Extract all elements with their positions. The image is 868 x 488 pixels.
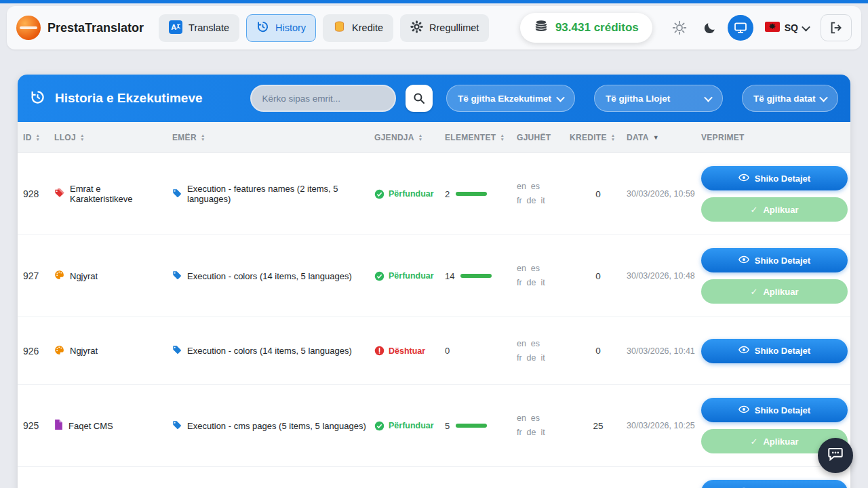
column-header-data[interactable]: DATA▼: [627, 133, 701, 142]
credits-cell: 25: [570, 421, 627, 431]
elements-cell: 5: [445, 421, 517, 431]
history-icon: [256, 20, 269, 35]
execution-name: Execution - cms pages (5 items, 5 langua…: [172, 420, 374, 432]
status-label: Përfunduar: [389, 271, 434, 281]
check-circle-icon: [374, 421, 384, 431]
name-label: Execution - cms pages (5 items, 5 langua…: [187, 421, 366, 431]
name-label: Execution - colors (14 items, 5 language…: [187, 271, 352, 281]
eye-icon: [738, 254, 749, 267]
sort-icon: ▲▼: [36, 134, 41, 142]
status-label: Përfunduar: [389, 189, 434, 199]
status-badge: Përfunduar: [374, 271, 445, 281]
date-cell: 30/03/2026, 10:48: [627, 271, 701, 281]
search-button[interactable]: [406, 85, 433, 112]
navbar-right: 93.431 créditos SQ: [520, 13, 852, 43]
table-body: 928 Emrat e Karakteristikeve Execution -…: [18, 153, 850, 488]
check-circle-icon: [374, 189, 384, 199]
language-selector[interactable]: SQ: [758, 22, 816, 34]
credits-badge: 93.431 créditos: [520, 13, 652, 43]
chevron-down-icon: [802, 22, 810, 31]
sort-icon: ▲▼: [611, 134, 616, 142]
table-row: en es Shiko Detajet ✓ Aplikuar: [18, 467, 850, 488]
applied-button[interactable]: ✓ Aplikuar: [701, 197, 848, 222]
view-details-button[interactable]: Shiko Detajet: [701, 248, 848, 272]
chevron-down-icon: [556, 93, 565, 102]
file-icon: [54, 420, 63, 432]
palette-icon: [54, 345, 64, 357]
albania-flag-icon: [765, 22, 780, 34]
column-header-elementet[interactable]: ELEMENTET▲▼: [445, 133, 517, 142]
view-details-button[interactable]: Shiko Detajet: [701, 166, 848, 190]
actions-cell: Shiko Detajet ✓ Aplikuar: [701, 248, 848, 304]
languages-cell: en es fr de it: [517, 411, 570, 440]
theme-system-button[interactable]: [728, 15, 753, 41]
execution-type: Emrat e Karakteristikeve: [54, 184, 172, 204]
date-cell: 30/03/2026, 10:41: [627, 346, 701, 356]
logout-button[interactable]: [821, 14, 852, 41]
gear-icon: [410, 20, 423, 35]
elements-count: 0: [445, 346, 450, 356]
table-row: 927 Ngjyrat Execution - colors (14 items…: [18, 235, 850, 317]
exclamation-circle-icon: [374, 346, 384, 356]
theme-dark-button[interactable]: [697, 15, 723, 41]
date-cell: 30/03/2026, 10:59: [627, 189, 701, 199]
sort-icon: ▲▼: [500, 134, 505, 142]
type-label: Faqet CMS: [68, 421, 113, 431]
view-details-button[interactable]: Shiko Detajet: [701, 339, 848, 363]
palette-icon: [54, 270, 64, 282]
credits-cell: 0: [570, 189, 627, 199]
status-label: Përfunduar: [389, 421, 434, 430]
sort-icon: ▲▼: [201, 134, 205, 142]
theme-light-button[interactable]: [667, 15, 692, 41]
nav-item-translate[interactable]: A Translate: [159, 14, 239, 42]
type-label: Ngjyrat: [70, 271, 98, 281]
filter-group: Të gjitha Ekzekutimet Të gjitha Llojet T…: [446, 85, 838, 112]
brand-logo-icon: [16, 16, 41, 40]
filter-types[interactable]: Të gjitha Llojet: [594, 85, 723, 112]
execution-name: Execution - features names (2 items, 5 l…: [172, 184, 374, 204]
tags-icon: [54, 188, 64, 200]
execution-id: 927: [23, 270, 54, 281]
execution-name: Execution - colors (14 items, 5 language…: [172, 270, 374, 282]
search-input[interactable]: [250, 85, 396, 112]
chat-icon: [827, 445, 844, 466]
panel-header: Historia e Ekzekutimeve Të gjitha Ekzeku…: [18, 75, 850, 122]
column-header-gjuhët: GJUHËT: [517, 133, 570, 142]
filter-executions[interactable]: Të gjitha Ekzekutimet: [446, 85, 575, 112]
column-header-lloj[interactable]: LLOJ▲▼: [54, 133, 172, 142]
elements-cell: 14: [445, 271, 517, 281]
status-badge: Përfunduar: [374, 189, 445, 199]
column-header-id[interactable]: ID▲▼: [23, 133, 54, 142]
column-header-emër[interactable]: EMËR▲▼: [172, 133, 374, 142]
nav-item-kredite[interactable]: Kredite: [323, 14, 393, 42]
top-accent-bar: [0, 0, 868, 3]
history-panel: Historia e Ekzekutimeve Të gjitha Ekzeku…: [18, 75, 850, 488]
table-row: 925 Faqet CMS Execution - cms pages (5 i…: [18, 385, 850, 467]
brand-name: PrestaTranslator: [47, 21, 144, 35]
tag-icon: [172, 270, 182, 282]
status-badge: Dështuar: [374, 346, 445, 356]
chat-widget-button[interactable]: [818, 438, 853, 473]
execution-type: Faqet CMS: [54, 420, 172, 432]
view-details-button[interactable]: Shiko Detajet: [701, 398, 848, 422]
tag-icon: [172, 420, 182, 432]
view-details-button[interactable]: Shiko Detajet: [701, 480, 848, 488]
status-label: Dështuar: [389, 346, 425, 356]
status-badge: Përfunduar: [374, 421, 445, 431]
column-header-kredite[interactable]: KREDITE▲▼: [570, 133, 627, 142]
credits-amount: 93.431 créditos: [555, 21, 639, 35]
nav-item-history[interactable]: History: [246, 14, 316, 42]
check-icon: ✓: [751, 205, 758, 215]
table-row: 928 Emrat e Karakteristikeve Execution -…: [18, 153, 850, 235]
panel-title: Historia e Ekzekutimeve: [55, 91, 203, 106]
tag-icon: [172, 345, 182, 357]
check-circle-icon: [374, 271, 384, 281]
filter-dates[interactable]: Të gjitha datat: [742, 85, 838, 112]
applied-button[interactable]: ✓ Aplikuar: [701, 279, 848, 304]
progress-bar: [460, 274, 492, 278]
actions-cell: Shiko Detajet: [701, 339, 848, 363]
elements-count: 14: [445, 271, 454, 281]
nav-item-rregullimet[interactable]: Rregullimet: [400, 14, 489, 42]
translate-icon: A: [169, 20, 182, 36]
column-header-gjendja[interactable]: GJENDJA▲▼: [374, 133, 445, 142]
